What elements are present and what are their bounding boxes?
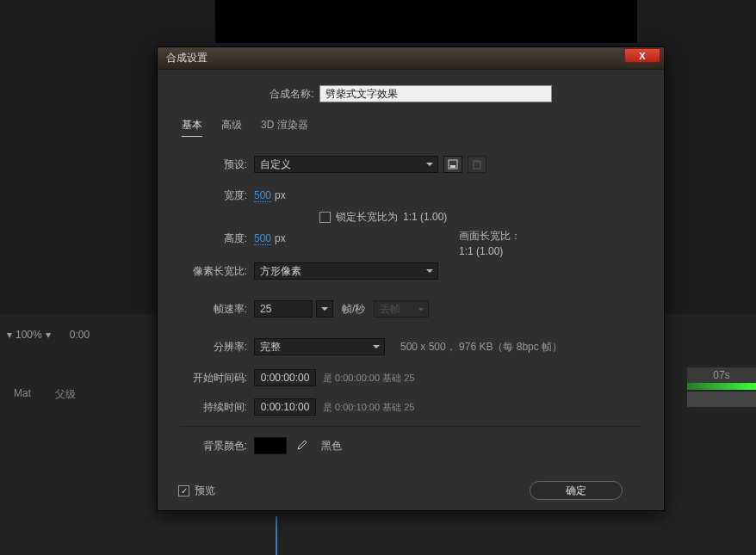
start-time-label: 开始时间码: bbox=[180, 371, 247, 385]
height-unit: px bbox=[275, 232, 286, 244]
resolution-row: 分辨率: 完整 500 x 500， 976 KB（每 8bpc 帧） bbox=[180, 335, 641, 359]
close-icon: X bbox=[639, 51, 645, 61]
height-label: 高度: bbox=[180, 231, 247, 246]
playhead-indicator[interactable] bbox=[276, 516, 277, 555]
width-label: 宽度: bbox=[180, 188, 247, 203]
dialog-footer: 预览 确定 bbox=[175, 476, 647, 500]
lock-aspect-ratio: 1:1 (1.00) bbox=[403, 211, 447, 223]
width-unit: px bbox=[275, 189, 286, 201]
lock-aspect-label: 锁定长宽比为 bbox=[336, 210, 398, 225]
tab-advanced[interactable]: 高级 bbox=[221, 118, 242, 137]
duration-hint: 是 0:00:10:00 基础 25 bbox=[323, 401, 414, 414]
fps-dropdown[interactable] bbox=[316, 300, 333, 318]
fps-row: 帧速率: 帧/秒 丢帧 bbox=[180, 297, 641, 321]
eyedropper-icon bbox=[295, 440, 307, 452]
duration-input[interactable] bbox=[254, 398, 316, 416]
width-value[interactable]: 500 bbox=[254, 189, 271, 202]
preview-checkbox-label[interactable]: 预览 bbox=[178, 484, 215, 498]
ok-button[interactable]: 确定 bbox=[530, 481, 623, 500]
resolution-info: 500 x 500， 976 KB（每 8bpc 帧） bbox=[400, 340, 562, 355]
fps-label: 帧速率: bbox=[180, 302, 247, 317]
svg-rect-2 bbox=[474, 162, 480, 169]
column-mat[interactable]: Mat bbox=[7, 385, 38, 404]
timeline-ruler-label: 07s bbox=[687, 367, 756, 383]
resolution-label: 分辨率: bbox=[180, 340, 247, 355]
lock-aspect-row: 锁定长宽比为 1:1 (1.00) bbox=[319, 207, 641, 226]
start-time-input[interactable] bbox=[254, 369, 316, 386]
eyedropper-button[interactable] bbox=[292, 437, 311, 454]
start-time-row: 开始时间码: 是 0:00:00:00 基础 25 bbox=[180, 366, 641, 390]
frame-aspect-info: 画面长宽比： 1:1 (1.00) bbox=[459, 228, 521, 259]
dialog-titlebar[interactable]: 合成设置 X bbox=[158, 47, 664, 70]
timeline-row[interactable] bbox=[687, 392, 756, 407]
frame-aspect-label: 画面长宽比： bbox=[459, 228, 521, 244]
comp-name-label: 合成名称: bbox=[270, 87, 313, 102]
form-area: 预设: 自定义 宽度: 500 px bbox=[175, 149, 647, 476]
close-button[interactable]: X bbox=[624, 48, 660, 63]
trash-icon bbox=[473, 159, 481, 170]
height-value[interactable]: 500 bbox=[254, 232, 271, 245]
timeline-columns: Mat 父级 bbox=[0, 382, 90, 407]
composition-settings-dialog: 合成设置 X 合成名称: 基本 高级 3D 渲染器 预设: 自定义 bbox=[157, 46, 665, 511]
duration-row: 持续时间: 是 0:00:10:00 基础 25 bbox=[180, 395, 641, 419]
viewer-panel bbox=[215, 0, 637, 43]
duration-label: 持续时间: bbox=[180, 400, 247, 415]
delete-preset-button bbox=[468, 156, 486, 173]
timecode-display[interactable]: 0:00 bbox=[70, 329, 90, 341]
width-row: 宽度: 500 px bbox=[180, 183, 641, 207]
bg-color-label: 背景颜色: bbox=[180, 439, 247, 453]
viewer-footer[interactable]: ▾ 100% ▾ 0:00 bbox=[0, 324, 155, 345]
preset-row: 预设: 自定义 bbox=[180, 152, 641, 176]
fps-input[interactable] bbox=[254, 300, 313, 318]
tab-3d-renderer[interactable]: 3D 渲染器 bbox=[261, 118, 308, 137]
comp-name-input[interactable] bbox=[319, 85, 552, 102]
fps-unit: 帧/秒 bbox=[342, 302, 365, 317]
save-preset-button[interactable] bbox=[443, 156, 462, 173]
preview-checkbox[interactable] bbox=[178, 485, 189, 496]
bg-color-name: 黑色 bbox=[321, 439, 342, 453]
save-icon bbox=[448, 159, 458, 170]
tabs: 基本 高级 3D 渲染器 bbox=[175, 118, 647, 137]
bg-color-row: 背景颜色: 黑色 bbox=[180, 434, 641, 458]
divider bbox=[180, 426, 641, 427]
lock-aspect-checkbox[interactable] bbox=[319, 212, 331, 223]
work-area-bar[interactable] bbox=[687, 383, 756, 390]
svg-rect-1 bbox=[450, 165, 455, 168]
preset-label: 预设: bbox=[180, 157, 247, 172]
preview-text: 预览 bbox=[195, 484, 215, 498]
start-time-hint: 是 0:00:00:00 基础 25 bbox=[323, 372, 414, 385]
tab-basic[interactable]: 基本 bbox=[182, 118, 202, 137]
dropframe-select: 丢帧 bbox=[374, 300, 429, 318]
viewer-dropdown-icon[interactable]: ▾ bbox=[7, 329, 12, 341]
comp-name-row: 合成名称: bbox=[175, 85, 647, 102]
preset-select[interactable]: 自定义 bbox=[254, 156, 438, 173]
resolution-select[interactable]: 完整 bbox=[254, 338, 385, 355]
zoom-level[interactable]: 100% bbox=[15, 329, 42, 341]
par-label: 像素长宽比: bbox=[180, 264, 247, 279]
par-select[interactable]: 方形像素 bbox=[254, 262, 438, 280]
par-row: 像素长宽比: 方形像素 bbox=[180, 259, 641, 283]
column-parent[interactable]: 父级 bbox=[48, 385, 83, 404]
height-row: 高度: 500 px bbox=[180, 226, 641, 250]
frame-aspect-value: 1:1 (1.00) bbox=[459, 244, 521, 259]
dialog-title: 合成设置 bbox=[166, 51, 208, 65]
bg-color-swatch[interactable] bbox=[254, 437, 287, 454]
